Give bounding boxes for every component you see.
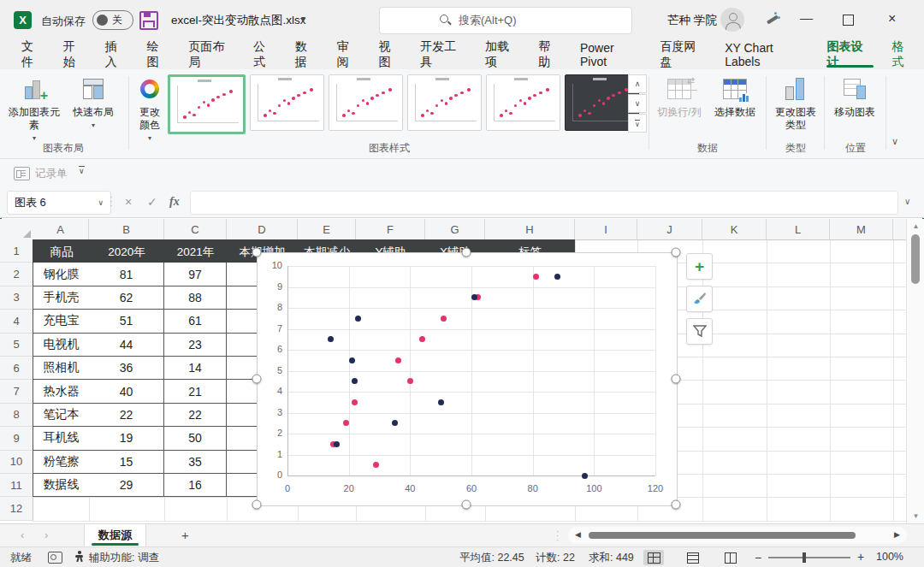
data-point-2021年[interactable] <box>554 274 560 280</box>
table-cell[interactable]: 16 <box>164 474 227 497</box>
row-header-11[interactable]: 11 <box>0 474 33 497</box>
row-header-12[interactable]: 12 <box>0 497 33 520</box>
table-cell[interactable]: 51 <box>89 310 164 333</box>
column-header-K[interactable]: K <box>702 219 767 240</box>
column-header-E[interactable]: E <box>298 219 356 240</box>
tab-scroll-splitter-icon[interactable]: ··· <box>556 529 559 542</box>
maximize-button[interactable] <box>843 15 854 26</box>
table-cell[interactable]: 35 <box>164 451 227 474</box>
selection-handle[interactable] <box>672 374 681 383</box>
column-header-I[interactable]: I <box>575 219 637 240</box>
selection-handle[interactable] <box>252 248 262 257</box>
selection-handle[interactable] <box>672 500 681 510</box>
ribbon-tab-审阅[interactable]: 审阅 <box>328 40 370 69</box>
table-cell[interactable]: 钢化膜 <box>33 263 90 286</box>
table-cell[interactable]: 15 <box>89 451 164 474</box>
column-header-M[interactable]: M <box>830 219 893 240</box>
vertical-scrollbar[interactable]: ▲ ▼ <box>906 219 924 523</box>
column-header-B[interactable]: B <box>89 219 164 240</box>
move-chart-button[interactable]: 移动图表 <box>827 74 882 119</box>
ribbon-tab-帮助[interactable]: 帮助 <box>529 40 571 69</box>
autosave-toggle[interactable]: 关 <box>92 10 133 30</box>
change-colors-button[interactable]: 更改颜色▾ <box>132 74 168 145</box>
ribbon-tab-文件[interactable]: 文件 <box>12 40 54 69</box>
close-button[interactable]: × <box>888 11 896 27</box>
column-header-partial[interactable] <box>893 219 906 240</box>
avatar[interactable] <box>720 8 744 32</box>
sheet-nav-next-icon[interactable]: › <box>44 529 48 541</box>
row-header-2[interactable]: 2 <box>0 263 33 286</box>
ribbon-tab-加载项[interactable]: 加载项 <box>476 40 529 69</box>
data-point-2021年[interactable] <box>438 399 444 405</box>
formula-expand-icon[interactable]: ∨ <box>904 197 910 206</box>
ink-pen-icon[interactable] <box>764 12 779 27</box>
qat-customize-icon[interactable]: ∨ <box>79 166 85 175</box>
data-point-2021年[interactable] <box>334 441 340 447</box>
row-header-5[interactable]: 5 <box>0 334 33 357</box>
cancel-icon[interactable]: × <box>125 195 132 209</box>
data-point-2021年[interactable] <box>582 473 588 479</box>
ribbon-tab-页面布局[interactable]: 页面布局 <box>179 40 244 69</box>
name-box[interactable]: 图表 6 ∨ <box>7 191 111 215</box>
table-cell[interactable]: 97 <box>164 263 227 286</box>
ribbon-tab-XY Chart Labels[interactable]: XY Chart Labels <box>715 40 817 69</box>
selection-handle[interactable] <box>252 500 262 510</box>
row-header-6[interactable]: 6 <box>0 357 33 380</box>
horizontal-scrollbar[interactable]: ◀ ▶ <box>568 527 907 544</box>
table-cell[interactable]: 40 <box>89 380 164 403</box>
data-point-2021年[interactable] <box>355 316 361 322</box>
table-cell[interactable]: 23 <box>164 334 227 357</box>
gallery-scroll-up-icon[interactable]: ∧ <box>628 74 647 93</box>
data-point-2020年[interactable] <box>395 357 401 363</box>
selection-handle[interactable] <box>462 248 471 257</box>
ribbon-tab-Power Pivot[interactable]: Power Pivot <box>571 40 651 69</box>
gallery-more-icon[interactable]: ∨ <box>628 114 647 133</box>
row-header-8[interactable]: 8 <box>0 404 33 427</box>
table-cell[interactable]: 数据线 <box>33 474 90 497</box>
chart-style-thumbnail-3[interactable] <box>329 74 403 131</box>
table-cell[interactable]: 耳机线 <box>33 427 90 450</box>
user-name[interactable]: 芒种 学院 <box>667 13 717 28</box>
selection-handle[interactable] <box>252 374 262 383</box>
name-box-caret-icon[interactable]: ∨ <box>98 198 104 207</box>
sheet-tab-active[interactable]: 数据源 <box>84 524 146 546</box>
column-header-J[interactable]: J <box>637 219 702 240</box>
horizontal-scroll-thumb[interactable] <box>589 532 856 539</box>
table-cell[interactable]: 50 <box>164 427 227 450</box>
zoom-out-button[interactable]: − <box>755 551 761 564</box>
column-header-L[interactable]: L <box>767 219 830 240</box>
row-header-7[interactable]: 7 <box>0 380 33 403</box>
sheet-nav-prev-icon[interactable]: ‹ <box>21 529 24 541</box>
table-header-cell[interactable]: 2021年 <box>164 239 227 263</box>
document-title[interactable]: excel-突出变动散点图.xlsx <box>171 13 306 28</box>
column-header-A[interactable]: A <box>33 219 89 240</box>
chart-style-thumbnail-4[interactable] <box>407 74 482 131</box>
select-data-button[interactable]: 选择数据 <box>707 74 763 119</box>
table-cell[interactable]: 14 <box>164 357 227 380</box>
formula-input[interactable] <box>190 191 898 215</box>
data-point-2020年[interactable] <box>533 274 539 280</box>
column-header-C[interactable]: C <box>164 219 227 240</box>
row-header-9[interactable]: 9 <box>0 427 33 450</box>
column-header-F[interactable]: F <box>356 219 425 240</box>
change-chart-type-button[interactable]: 更改图表类型 <box>769 74 822 132</box>
data-point-2020年[interactable] <box>407 378 413 384</box>
data-point-2021年[interactable] <box>352 378 358 384</box>
ribbon-tab-格式[interactable]: 格式 <box>882 40 924 69</box>
table-cell[interactable]: 88 <box>164 286 227 310</box>
chart-filters-button[interactable] <box>686 318 713 345</box>
row-header-4[interactable]: 4 <box>0 310 33 333</box>
scroll-down-icon[interactable]: ▼ <box>907 512 924 520</box>
filename-caret-icon[interactable]: ▾ <box>301 14 305 23</box>
data-point-2021年[interactable] <box>349 357 355 363</box>
data-point-2020年[interactable] <box>343 420 349 426</box>
chart-style-thumbnail-2[interactable] <box>250 74 324 131</box>
quick-layout-button[interactable]: 快速布局▾ <box>65 74 121 132</box>
zoom-slider[interactable] <box>768 557 850 558</box>
table-header-cell[interactable]: 商品 <box>33 239 90 263</box>
insert-function-icon[interactable]: fx <box>169 195 180 209</box>
save-icon[interactable] <box>139 11 158 30</box>
table-cell[interactable]: 笔记本 <box>33 404 90 427</box>
table-cell[interactable]: 手机壳 <box>33 286 90 310</box>
chart-style-thumbnail-1[interactable] <box>168 74 246 134</box>
